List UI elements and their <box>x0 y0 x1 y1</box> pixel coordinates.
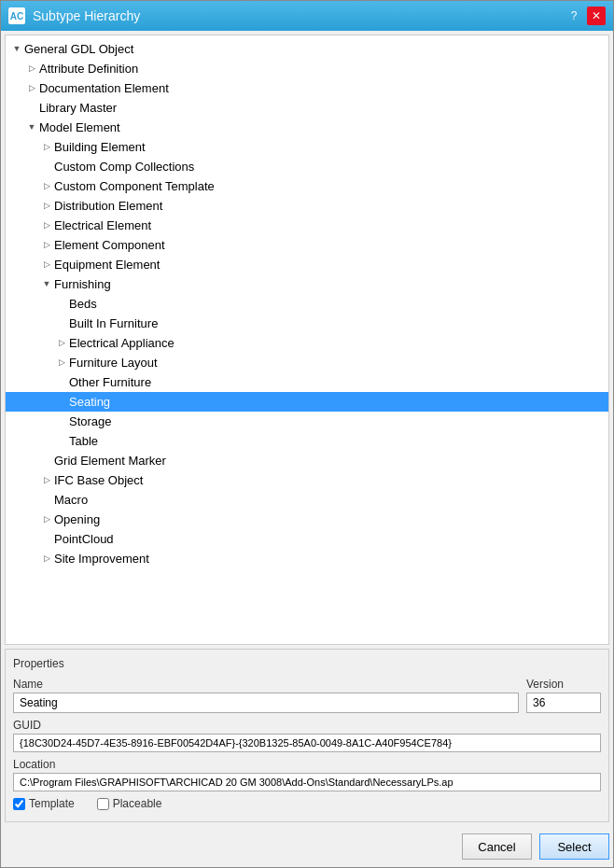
tree-item-table[interactable]: Table <box>6 431 608 451</box>
properties-title: Properties <box>13 657 601 670</box>
tree-toggle-element-component[interactable]: ▷ <box>39 238 54 253</box>
tree-item-macro[interactable]: Macro <box>6 490 608 510</box>
tree-label-furniture-layout: Furniture Layout <box>69 354 605 371</box>
placeable-checkbox-item: Placeable <box>97 797 162 810</box>
tree-toggle-built-in-furniture <box>54 316 69 331</box>
tree-scroll[interactable]: ▼General GDL Object▷Attribute Definition… <box>6 35 608 644</box>
tree-label-pointcloud: PointCloud <box>54 530 605 548</box>
tree-toggle-ifc-base-object[interactable]: ▷ <box>39 473 54 488</box>
tree-label-macro: Macro <box>54 491 605 509</box>
tree-toggle-attribute-def[interactable]: ▷ <box>24 62 39 77</box>
location-label: Location <box>13 758 601 771</box>
tree-toggle-electrical-element[interactable]: ▷ <box>39 218 54 233</box>
tree-label-seating: Seating <box>69 393 605 411</box>
title-bar: AC Subtype Hierarchy ? ✕ <box>1 1 613 31</box>
tree-item-other-furniture[interactable]: Other Furniture <box>6 372 608 392</box>
tree-item-furniture-layout[interactable]: ▷Furniture Layout <box>6 353 608 372</box>
app-logo: AC <box>8 7 25 24</box>
properties-panel: Properties Name Version GUID Location Te… <box>5 649 609 822</box>
guid-label: GUID <box>13 719 601 732</box>
window-title: Subtype Hierarchy <box>33 8 140 23</box>
tree-label-grid-element-marker: Grid Element Marker <box>54 452 605 469</box>
tree-toggle-other-furniture <box>54 375 69 390</box>
tree-toggle-model-element[interactable]: ▼ <box>24 120 39 135</box>
guid-input[interactable] <box>13 734 601 752</box>
tree-toggle-general-gdl[interactable]: ▼ <box>9 42 24 57</box>
tree-toggle-furniture-layout[interactable]: ▷ <box>54 356 69 371</box>
tree-label-electrical-appliance: Electrical Appliance <box>69 334 605 352</box>
tree-label-general-gdl: General GDL Object <box>24 40 605 58</box>
tree-item-attribute-def[interactable]: ▷Attribute Definition <box>6 59 608 78</box>
tree-panel: ▼General GDL Object▷Attribute Definition… <box>5 35 609 645</box>
placeable-label: Placeable <box>113 797 162 810</box>
name-group: Name <box>13 678 519 713</box>
tree-label-electrical-element: Electrical Element <box>54 217 605 234</box>
tree-toggle-furnishing[interactable]: ▼ <box>39 277 54 292</box>
tree-item-built-in-furniture[interactable]: Built In Furniture <box>6 314 608 333</box>
tree-item-building-element[interactable]: ▷Building Element <box>6 137 608 157</box>
tree-item-model-element[interactable]: ▼Model Element <box>6 118 608 137</box>
tree-toggle-equipment-element[interactable]: ▷ <box>39 258 54 273</box>
tree-toggle-library-master <box>24 101 39 116</box>
close-button[interactable]: ✕ <box>587 7 606 25</box>
tree-item-pointcloud[interactable]: PointCloud <box>6 529 608 549</box>
tree-item-beds[interactable]: Beds <box>6 294 608 314</box>
tree-toggle-custom-comp-template[interactable]: ▷ <box>39 179 54 194</box>
tree-item-ifc-base-object[interactable]: ▷IFC Base Object <box>6 470 608 490</box>
tree-item-custom-comp-template[interactable]: ▷Custom Component Template <box>6 176 608 196</box>
tree-toggle-opening[interactable]: ▷ <box>39 512 54 527</box>
location-input[interactable] <box>13 773 601 791</box>
help-button[interactable]: ? <box>565 7 583 25</box>
version-label: Version <box>526 678 601 691</box>
tree-label-opening: Opening <box>54 511 605 528</box>
tree-label-site-improvement: Site Improvement <box>54 550 605 567</box>
tree-label-distribution-element: Distribution Element <box>54 197 605 215</box>
tree-item-opening[interactable]: ▷Opening <box>6 510 608 529</box>
tree-item-storage[interactable]: Storage <box>6 412 608 431</box>
tree-item-general-gdl[interactable]: ▼General GDL Object <box>6 39 608 59</box>
select-button[interactable]: Select <box>539 833 609 860</box>
name-input[interactable] <box>13 693 519 713</box>
tree-label-element-component: Element Component <box>54 236 605 254</box>
title-bar-left: AC Subtype Hierarchy <box>8 7 140 24</box>
tree-item-custom-comp-collections[interactable]: Custom Comp Collections <box>6 157 608 176</box>
tree-label-other-furniture: Other Furniture <box>69 373 605 391</box>
tree-item-distribution-element[interactable]: ▷Distribution Element <box>6 196 608 216</box>
tree-toggle-distribution-element[interactable]: ▷ <box>39 199 54 214</box>
placeable-checkbox[interactable] <box>97 798 109 810</box>
tree-toggle-documentation-el[interactable]: ▷ <box>24 81 39 96</box>
template-checkbox-item: Template <box>13 797 75 810</box>
location-group: Location <box>13 758 601 791</box>
tree-item-grid-element-marker[interactable]: Grid Element Marker <box>6 451 608 470</box>
tree-item-equipment-element[interactable]: ▷Equipment Element <box>6 255 608 274</box>
tree-label-built-in-furniture: Built In Furniture <box>69 315 605 332</box>
tree-item-furnishing[interactable]: ▼Furnishing <box>6 274 608 294</box>
tree-item-seating[interactable]: Seating <box>6 392 608 412</box>
template-label: Template <box>29 797 75 810</box>
cancel-button[interactable]: Cancel <box>462 833 532 860</box>
tree-toggle-macro <box>39 493 54 508</box>
tree-toggle-storage <box>54 414 69 429</box>
guid-group: GUID <box>13 719 601 752</box>
tree-label-ifc-base-object: IFC Base Object <box>54 471 605 489</box>
window: AC Subtype Hierarchy ? ✕ ▼General GDL Ob… <box>0 0 614 868</box>
version-input[interactable] <box>526 693 601 713</box>
tree-toggle-beds <box>54 297 69 312</box>
tree-toggle-electrical-appliance[interactable]: ▷ <box>54 336 69 351</box>
tree-toggle-site-improvement[interactable]: ▷ <box>39 552 54 567</box>
tree-item-electrical-appliance[interactable]: ▷Electrical Appliance <box>6 333 608 353</box>
tree-label-attribute-def: Attribute Definition <box>39 60 605 77</box>
tree-label-custom-comp-collections: Custom Comp Collections <box>54 158 605 175</box>
tree-toggle-custom-comp-collections <box>39 160 54 175</box>
tree-toggle-seating <box>54 395 69 410</box>
tree-item-site-improvement[interactable]: ▷Site Improvement <box>6 549 608 568</box>
tree-toggle-building-element[interactable]: ▷ <box>39 140 54 155</box>
tree-item-documentation-el[interactable]: ▷Documentation Element <box>6 78 608 98</box>
tree-label-custom-comp-template: Custom Component Template <box>54 177 605 195</box>
button-row: Cancel Select <box>5 830 609 863</box>
tree-item-element-component[interactable]: ▷Element Component <box>6 235 608 255</box>
tree-item-library-master[interactable]: Library Master <box>6 98 608 118</box>
template-checkbox[interactable] <box>13 798 25 810</box>
name-version-row: Name Version <box>13 678 601 713</box>
tree-item-electrical-element[interactable]: ▷Electrical Element <box>6 216 608 235</box>
